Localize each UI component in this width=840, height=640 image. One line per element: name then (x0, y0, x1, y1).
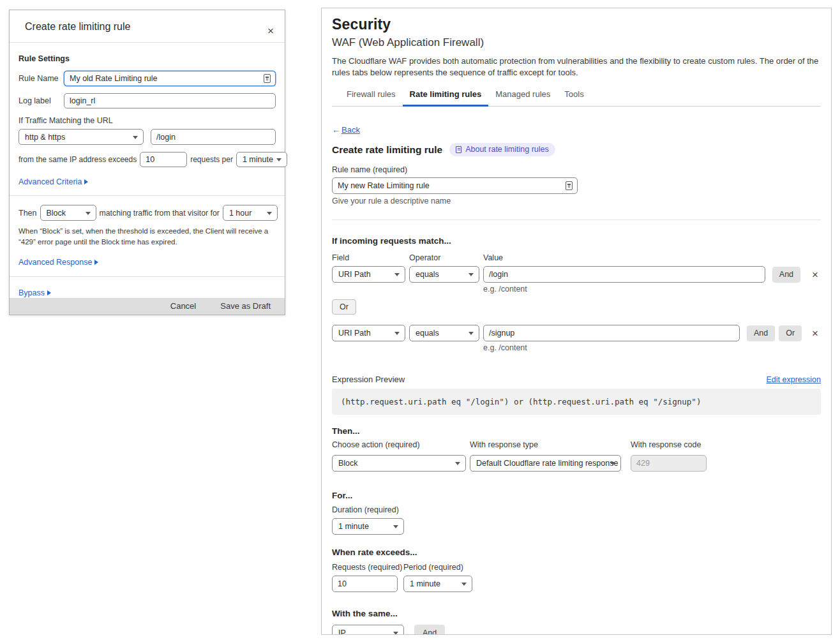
value-helper: e.g. /content (483, 343, 821, 352)
cancel-button[interactable]: Cancel (170, 301, 196, 311)
rule-name-label: Rule name (required) (332, 165, 821, 174)
condition-row: URI Path equals And Or × (332, 325, 821, 341)
log-label-row: Log label (19, 93, 276, 108)
modal-footer: Cancel Save as Draft (10, 298, 285, 315)
and-button[interactable]: And (772, 267, 800, 283)
autofill-icon (566, 181, 573, 190)
rule-name-input[interactable] (64, 71, 276, 86)
screen: Create rate limiting rule × Rule Setting… (0, 0, 840, 640)
page-description: The Cloudflare WAF provides both automat… (332, 56, 821, 78)
advanced-response-link[interactable]: Advanced Response (19, 256, 276, 267)
triangle-right-icon (84, 179, 88, 184)
period-select[interactable]: 1 minute (236, 152, 287, 167)
bypass-link[interactable]: Bypass (19, 287, 276, 298)
scheme-select[interactable]: http & https (19, 129, 144, 145)
triangle-right-icon (94, 260, 98, 265)
for-heading: For... (332, 491, 821, 500)
rule-name-row: Rule Name (19, 71, 276, 86)
advanced-criteria-link[interactable]: Advanced Criteria (19, 175, 276, 187)
expression-code: (http.request.uri.path eq "/login") or (… (332, 389, 821, 415)
chevron-down-icon (394, 332, 400, 335)
chevron-down-icon (469, 273, 474, 276)
choose-action-label: Choose action (required) (332, 440, 466, 449)
divider (10, 276, 285, 277)
chevron-down-icon (455, 462, 460, 465)
duration-label: Duration (required) (332, 505, 821, 514)
response-type-label: With response type (470, 440, 621, 449)
response-code-input (631, 455, 707, 472)
duration-select[interactable]: 1 minute (332, 518, 404, 535)
rule-name-label: Rule Name (19, 74, 64, 83)
divider (332, 220, 821, 220)
or-button[interactable]: Or (779, 325, 802, 341)
edit-expression-link[interactable]: Edit expression (767, 375, 821, 384)
response-type-select[interactable]: Default Cloudflare rate limiting respons… (470, 455, 621, 472)
block-duration-select[interactable]: 1 hour (223, 205, 278, 221)
chevron-down-icon (394, 273, 400, 276)
modal-header: Create rate limiting rule × (10, 10, 285, 43)
threshold-suffix: requests per (190, 155, 233, 164)
action-select[interactable]: Block (332, 455, 466, 472)
field-select[interactable]: URI Path (332, 325, 405, 341)
value-input[interactable] (483, 266, 765, 283)
traffic-match-heading: If Traffic Matching the URL (19, 116, 276, 125)
response-code-label: With response code (631, 440, 707, 449)
rule-name-input[interactable] (332, 177, 578, 194)
about-rate-limiting-badge[interactable]: About rate limiting rules (449, 143, 555, 156)
rate-period-select[interactable]: 1 minute (403, 576, 472, 592)
and-characteristic-button[interactable]: And (414, 625, 445, 635)
chevron-down-icon (267, 212, 272, 215)
action-select[interactable]: Block (40, 205, 96, 221)
tab-rate-limiting-rules[interactable]: Rate limiting rules (403, 84, 489, 107)
expression-preview-label: Expression Preview (332, 375, 405, 384)
characteristic-select[interactable]: IP (332, 625, 404, 635)
remove-condition-icon[interactable]: × (809, 327, 821, 340)
then-heading: Then... (332, 426, 821, 436)
operator-label: Operator (409, 253, 483, 262)
legacy-rate-limit-modal: Create rate limiting rule × Rule Setting… (9, 10, 285, 315)
modal-body: Rule Settings Rule Name Log label If Tra… (10, 43, 285, 298)
url-input[interactable] (151, 129, 276, 145)
operator-select[interactable]: equals (409, 325, 479, 341)
requests-input[interactable] (332, 576, 398, 592)
then-label: Then (19, 209, 37, 218)
rate-heading: When rate exceeds... (332, 547, 821, 557)
condition-column-labels: Field Operator Value (332, 253, 821, 262)
rule-settings-heading: Rule Settings (19, 54, 276, 63)
value-helper: e.g. /content (483, 285, 821, 294)
remove-condition-icon[interactable]: × (809, 268, 821, 281)
tab-firewall-rules[interactable]: Firewall rules (340, 84, 403, 107)
chevron-down-icon (610, 462, 615, 465)
threshold-input[interactable] (140, 152, 187, 167)
operator-select[interactable]: equals (409, 266, 479, 283)
close-icon[interactable]: × (265, 24, 276, 38)
chevron-down-icon (276, 158, 281, 161)
chevron-down-icon (461, 583, 467, 586)
tab-managed-rules[interactable]: Managed rules (488, 84, 557, 107)
url-match-row: http & https (19, 129, 276, 145)
tab-tools[interactable]: Tools (557, 84, 590, 107)
waf-tabs: Firewall rules Rate limiting rules Manag… (332, 84, 821, 107)
page-title: Security (332, 16, 821, 33)
value-label: Value (483, 253, 503, 262)
field-select[interactable]: URI Path (332, 266, 405, 283)
same-heading: With the same... (332, 609, 821, 618)
and-button[interactable]: And (747, 325, 775, 341)
condition-row: URI Path equals And × (332, 266, 821, 283)
then-row: Then Block matching traffic from that vi… (19, 205, 276, 221)
requests-label: Requests (required) (332, 563, 403, 572)
field-label: Field (332, 253, 409, 262)
chevron-down-icon (393, 525, 398, 528)
log-label-input[interactable] (64, 93, 276, 108)
chevron-down-icon (469, 332, 474, 335)
block-note: When “Block” is set, when the threshold … (19, 226, 276, 248)
rule-name-helper: Give your rule a descriptive name (332, 197, 821, 205)
save-as-draft-button[interactable]: Save as Draft (220, 301, 271, 311)
value-input[interactable] (483, 325, 740, 341)
threshold-prefix: from the same IP address exceeds (19, 155, 137, 164)
back-link[interactable]: ← Back (332, 125, 360, 135)
or-button[interactable]: Or (332, 299, 356, 315)
document-icon (456, 146, 461, 153)
page-subtitle: WAF (Web Application Firewall) (332, 36, 821, 49)
then-middle-text: matching traffic from that visitor for (100, 209, 220, 218)
